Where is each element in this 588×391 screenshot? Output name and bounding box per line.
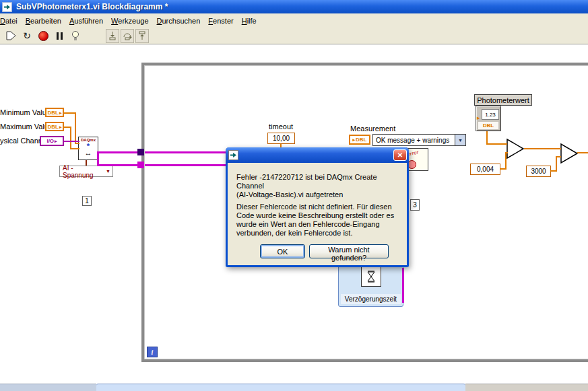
wire [402, 268, 404, 303]
wire [97, 164, 141, 166]
measurement-terminal[interactable]: ▸DBL [349, 135, 370, 145]
step-into-icon [108, 31, 117, 40]
time-delay-node[interactable]: Verzögerungszeit [338, 264, 403, 307]
dialog-error-text: Fehler -2147220712 ist bei DAQmx Create … [236, 173, 406, 199]
dialog-titlebar[interactable]: ✕ [226, 147, 409, 163]
window-title: SubVPhotometerx1.vi Blockdiagramm * [16, 2, 168, 11]
loop-tunnel[interactable] [137, 162, 144, 168]
wire [97, 151, 141, 153]
highlight-execution-button[interactable] [68, 29, 83, 43]
timeout-label: timeout [269, 122, 293, 131]
chevron-down-icon: ▼ [455, 135, 465, 145]
wire [70, 127, 71, 149]
pause-icon [57, 32, 63, 40]
wire [145, 151, 227, 153]
menu-werkzeuge[interactable]: Werkzeuge [107, 14, 152, 28]
step-over-icon [122, 31, 133, 40]
constant-one[interactable]: 1 [82, 196, 92, 206]
photometer-indicator-terminal[interactable]: ▸ 1.23 DBL [476, 106, 501, 131]
loop-tunnel[interactable] [137, 149, 144, 155]
dbl-type-text: DBL [356, 137, 366, 143]
arrow-right-icon: ▸ [59, 110, 62, 115]
menu-bar: Datei Bearbeiten Ausführen Werkzeuge Dur… [0, 13, 588, 28]
minimum-value-terminal[interactable]: DBL▸ [45, 108, 64, 117]
wire [75, 112, 76, 144]
run-continuous-icon: ↻ [23, 30, 31, 41]
report-mode-value: OK message + warnings [376, 137, 449, 144]
hourglass-icon [361, 266, 381, 287]
window-titlebar[interactable]: SubVPhotometerx1.vi Blockdiagramm * [0, 0, 588, 13]
daqmx-channel-icon: ↔ [85, 149, 92, 157]
delay-label: Verzögerungszeit [341, 294, 401, 304]
wire [556, 156, 561, 157]
step-out-icon [137, 31, 147, 40]
wire [524, 148, 561, 149]
minimum-value-label: Minimum Value [0, 108, 44, 116]
wire [145, 164, 227, 166]
wait-constant[interactable]: 3000 [526, 166, 551, 177]
abort-button[interactable] [36, 29, 51, 43]
pause-button[interactable] [52, 29, 67, 43]
menu-datei[interactable]: Datei [0, 14, 22, 28]
daqmx-create-channel-node[interactable]: DAQmx * ↔ [78, 137, 98, 160]
physical-channel-label: ysical Channel [0, 137, 38, 145]
wire [486, 143, 507, 145]
run-arrow-icon [5, 31, 16, 40]
constant-three[interactable]: 3 [410, 199, 420, 211]
why-not-found-button[interactable]: Warum nicht gefunden? [309, 244, 389, 258]
taskbar-button-edge[interactable] [96, 384, 465, 391]
threshold-constant[interactable]: 0,004 [470, 164, 500, 175]
labview-window: SubVPhotometerx1.vi Blockdiagramm * Date… [0, 0, 588, 391]
ok-button[interactable]: OK [260, 244, 305, 258]
comparison-node[interactable] [506, 138, 525, 159]
wire [486, 131, 488, 145]
maximum-value-terminal[interactable]: DBL▸ [45, 122, 64, 131]
wire [64, 141, 79, 142]
io-type-text: I/O [46, 138, 54, 144]
comparison-node[interactable] [560, 143, 579, 164]
labview-dialog-icon [228, 150, 238, 160]
wire [556, 156, 557, 172]
menu-ausfuehren[interactable]: Ausführen [65, 14, 107, 28]
photometer-display: 1.23 [482, 109, 499, 120]
arrow-right-icon: ▸ [353, 137, 356, 142]
menu-fenster[interactable]: Fenster [204, 14, 237, 28]
wire [505, 152, 508, 153]
error-dialog: ✕ Fehler -2147220712 ist bei DAQmx Creat… [226, 147, 409, 267]
dialog-body: Fehler -2147220712 ist bei DAQmx Create … [228, 163, 407, 265]
run-continuous-button[interactable]: ↻ [20, 29, 34, 43]
loop-iteration-terminal[interactable]: i [147, 347, 158, 357]
dbl-type-text: DBL [478, 122, 498, 129]
close-icon[interactable]: ✕ [393, 149, 407, 161]
arrow-right-icon: ▸ [59, 125, 62, 129]
toolbar: ↻ [0, 28, 588, 44]
maximum-value-label: Maximum Value [0, 122, 44, 131]
run-button[interactable] [3, 29, 18, 43]
step-over-button[interactable] [121, 29, 134, 43]
wire [75, 143, 79, 144]
timeout-constant[interactable]: 10,00 [267, 133, 295, 144]
toolbar-separator [84, 28, 104, 44]
taskbar-strip [465, 384, 588, 391]
wire [70, 148, 79, 149]
labview-app-icon [2, 2, 12, 12]
wire [505, 152, 507, 170]
dbl-type-text: DBL [48, 110, 59, 116]
menu-hilfe[interactable]: Hilfe [238, 14, 261, 28]
lightbulb-icon [71, 30, 80, 41]
arrow-right-icon: ▸ [477, 115, 480, 121]
arrow-right-icon: ▸ [55, 139, 57, 143]
ai-mode-ring[interactable]: AI - Spannung ▼ [59, 166, 113, 177]
step-into-button[interactable] [106, 29, 119, 43]
measurement-label: Measurement [350, 125, 395, 133]
menu-durchsuchen[interactable]: Durchsuchen [153, 14, 205, 28]
step-out-button[interactable] [135, 29, 149, 43]
taskbar-strip [0, 384, 96, 391]
wire [577, 152, 588, 153]
photometer-label: Photometerwert [474, 94, 532, 106]
menu-bearbeiten[interactable]: Bearbeiten [22, 14, 65, 28]
report-mode-ring[interactable]: OK message + warnings ▼ [372, 134, 466, 146]
physical-channel-terminal[interactable]: I/O▸ [40, 136, 64, 146]
dbl-type-text: DBL [48, 124, 59, 130]
abort-icon [38, 31, 48, 41]
